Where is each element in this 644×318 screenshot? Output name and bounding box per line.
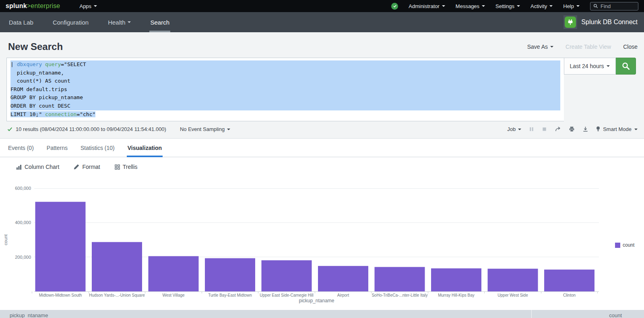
menu-label: Messages <box>456 3 479 9</box>
bar-soho-tribeca-nter-little-italy[interactable] <box>375 267 425 291</box>
x-tick-label: Turtle Bay-East Midtown <box>208 293 252 297</box>
app-title: Splunk DB Connect <box>581 19 638 26</box>
app-identity[interactable]: Splunk DB Connect <box>564 15 638 29</box>
smart-mode-label: Smart Mode <box>603 126 632 132</box>
bar-airport[interactable] <box>318 266 368 291</box>
close-button[interactable]: Close <box>623 44 638 50</box>
legend-item-count[interactable]: count <box>615 242 634 248</box>
apps-menu-label: Apps <box>79 3 91 9</box>
appnav-data-lab[interactable]: Data Lab <box>8 12 34 32</box>
job-label: Job <box>507 126 516 132</box>
caret-down-icon <box>518 129 521 132</box>
query-line: FROM default.trips <box>10 85 560 94</box>
format-label: Format <box>82 164 100 170</box>
create-table-view-button[interactable]: Create Table View <box>566 44 611 50</box>
appnav-label: Health <box>108 19 125 26</box>
menu-label: Activity <box>530 3 547 9</box>
tab-visualization[interactable]: Visualization <box>127 139 163 157</box>
tab-patterns[interactable]: Patterns <box>46 139 68 157</box>
find-search-input[interactable]: Find <box>590 2 638 10</box>
job-menu[interactable]: Job <box>507 126 521 132</box>
save-as-label: Save As <box>527 44 548 50</box>
stop-button[interactable] <box>542 127 547 132</box>
legend-swatch <box>615 243 620 248</box>
chart-type-label: Column Chart <box>25 164 59 170</box>
caret-down-icon <box>94 5 97 8</box>
legend-label: count <box>623 242 634 248</box>
header-actions: Save As Create Table View Close <box>527 44 638 50</box>
bar-turtle-bay-east-midtown[interactable] <box>205 258 255 291</box>
trellis-button[interactable]: Trellis <box>115 164 138 170</box>
topbar-menu-administrator[interactable]: Administrator <box>409 3 445 9</box>
page-title: New Search <box>8 41 63 52</box>
bar-upper-west-side[interactable] <box>488 269 538 291</box>
column-header-count[interactable]: count <box>609 312 622 318</box>
title-row: New Search Save As Create Table View Clo… <box>0 39 644 55</box>
y-tick-label: 400,000 <box>15 220 31 225</box>
health-status-icon[interactable] <box>391 3 398 10</box>
appnav-label: Data Lab <box>9 19 33 26</box>
find-placeholder: Find <box>601 3 611 9</box>
appnav-label: Configuration <box>53 19 89 26</box>
download-icon <box>582 126 588 132</box>
tab-events-0[interactable]: Events (0) <box>7 139 35 157</box>
x-tick-label: Clinton <box>563 293 576 297</box>
pause-icon <box>529 127 534 132</box>
create-table-view-label: Create Table View <box>566 44 611 50</box>
chart-area: 200,000400,000600,000countMidtown-Midtow… <box>0 177 644 310</box>
run-search-button[interactable] <box>616 58 636 75</box>
column-chart-svg: 200,000400,000600,000countMidtown-Midtow… <box>0 177 644 310</box>
topbar-menu-activity[interactable]: Activity <box>530 3 553 9</box>
menu-label: Help <box>563 3 574 9</box>
topbar-menu-settings[interactable]: Settings <box>495 3 520 9</box>
bar-hudson-yards-union-square[interactable] <box>92 242 142 291</box>
bar-clinton[interactable] <box>544 270 594 291</box>
format-button[interactable]: Format <box>74 164 100 170</box>
query-line: pickup_ntaname, <box>10 69 560 77</box>
caret-down-icon <box>550 46 553 49</box>
active-tab-underline <box>127 156 163 157</box>
column-header-pickup-ntaname[interactable]: pickup_ntaname <box>10 312 48 318</box>
db-connect-logo-tile <box>564 15 577 29</box>
search-icon <box>622 62 630 70</box>
tab-label: Patterns <box>47 145 68 151</box>
export-button[interactable] <box>582 126 588 132</box>
stop-icon <box>542 127 547 132</box>
y-tick-label: 600,000 <box>15 186 31 191</box>
search-query-input[interactable]: | dbxquery query="SELECT pickup_ntaname,… <box>6 58 564 121</box>
save-as-button[interactable]: Save As <box>527 44 553 50</box>
chart-type-button[interactable]: Column Chart <box>16 164 59 170</box>
appnav-configuration[interactable]: Configuration <box>52 12 89 32</box>
x-tick-label: Hudson Yards-...-Union Square <box>89 293 145 297</box>
pause-button[interactable] <box>529 127 534 132</box>
splunk-logo[interactable]: splunk>enterprise <box>6 2 60 10</box>
query-line: GROUP BY pickup_ntaname <box>10 94 560 102</box>
search-bar-row: | dbxquery query="SELECT pickup_ntaname,… <box>6 58 636 121</box>
logo-gt: > <box>27 2 31 9</box>
bar-west-village[interactable] <box>149 256 199 291</box>
time-range-picker[interactable]: Last 24 hours <box>564 58 616 75</box>
event-sampling-dropdown[interactable]: No Event Sampling <box>180 126 230 132</box>
appnav-health[interactable]: Health <box>107 12 132 32</box>
tab-statistics-10[interactable]: Statistics (10) <box>80 139 116 157</box>
bar-murray-hill-kips-bay[interactable] <box>431 268 481 291</box>
x-tick-label: Murray Hill-Kips Bay <box>438 293 475 297</box>
print-button[interactable] <box>569 126 575 132</box>
bar-upper-east-side-carnegie-hill[interactable] <box>262 260 312 291</box>
topbar-menu-help[interactable]: Help <box>563 3 580 9</box>
share-button[interactable] <box>555 126 561 132</box>
results-right: Job Smart Mode <box>507 126 638 132</box>
bar-midtown-midtown-south[interactable] <box>35 202 86 291</box>
apps-menu[interactable]: Apps <box>79 3 97 9</box>
query-line: count(*) AS count <box>10 77 560 85</box>
logo-splunk: splunk <box>6 2 27 9</box>
tab-label: Statistics (10) <box>80 145 115 151</box>
results-left: 10 results (08/04/2024 11:00:00.000 to 0… <box>7 126 230 132</box>
search-icon <box>593 4 598 8</box>
search-mode-dropdown[interactable]: Smart Mode <box>596 126 638 132</box>
topbar-menu-messages[interactable]: Messages <box>456 3 485 9</box>
appnav-search[interactable]: Search <box>149 12 170 32</box>
results-tabs: Events (0)PatternsStatistics (10)Visuali… <box>0 139 644 157</box>
pencil-icon <box>74 164 79 170</box>
query-line: ORDER BY count DESC <box>10 102 560 110</box>
